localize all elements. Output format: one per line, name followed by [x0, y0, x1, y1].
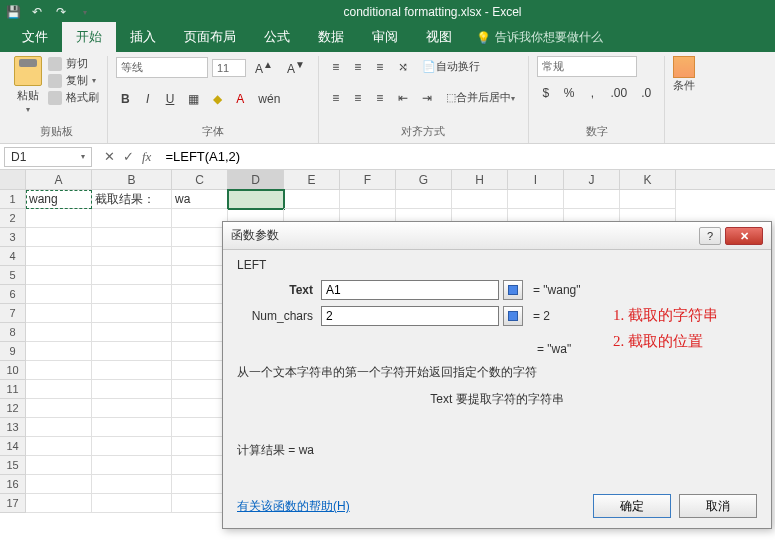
font-color-button[interactable]: A — [231, 89, 249, 109]
undo-icon[interactable]: ↶ — [28, 3, 46, 21]
column-header[interactable]: H — [452, 170, 508, 189]
cell[interactable] — [340, 190, 396, 209]
cell[interactable] — [92, 323, 172, 342]
cell[interactable] — [564, 190, 620, 209]
cell[interactable] — [26, 342, 92, 361]
row-header[interactable]: 17 — [0, 494, 26, 513]
row-header[interactable]: 10 — [0, 361, 26, 380]
cell[interactable] — [172, 494, 228, 513]
cell[interactable] — [26, 323, 92, 342]
dialog-titlebar[interactable]: 函数参数 ? ✕ — [223, 222, 771, 250]
column-header[interactable]: F — [340, 170, 396, 189]
function-help-link[interactable]: 有关该函数的帮助(H) — [237, 498, 350, 515]
cancel-button[interactable]: 取消 — [679, 494, 757, 518]
tab-home[interactable]: 开始 — [62, 22, 116, 52]
cell[interactable] — [26, 418, 92, 437]
cell[interactable] — [92, 361, 172, 380]
format-painter-button[interactable]: 格式刷 — [48, 90, 99, 105]
italic-button[interactable]: I — [139, 89, 157, 109]
cell[interactable] — [92, 209, 172, 228]
decrease-decimal-button[interactable]: .0 — [636, 83, 656, 103]
align-right-button[interactable]: ≡ — [371, 88, 389, 108]
cell[interactable] — [92, 342, 172, 361]
tab-file[interactable]: 文件 — [8, 22, 62, 52]
column-header[interactable]: A — [26, 170, 92, 189]
row-header[interactable]: 13 — [0, 418, 26, 437]
row-header[interactable]: 2 — [0, 209, 26, 228]
collapse-dialog-button[interactable] — [503, 306, 523, 326]
paste-button[interactable]: 粘贴 ▾ — [14, 56, 42, 114]
align-bottom-button[interactable]: ≡ — [371, 57, 389, 77]
cell[interactable] — [26, 209, 92, 228]
cell[interactable] — [26, 361, 92, 380]
tab-insert[interactable]: 插入 — [116, 22, 170, 52]
conditional-format-button[interactable]: 条件 — [673, 56, 695, 93]
bold-button[interactable]: B — [116, 89, 135, 109]
row-header[interactable]: 11 — [0, 380, 26, 399]
cell[interactable] — [26, 266, 92, 285]
cell[interactable] — [172, 361, 228, 380]
row-header[interactable]: 14 — [0, 437, 26, 456]
dialog-close-button[interactable]: ✕ — [725, 227, 763, 245]
cell[interactable] — [92, 494, 172, 513]
cell[interactable] — [92, 266, 172, 285]
column-header[interactable]: G — [396, 170, 452, 189]
enter-formula-button[interactable]: ✓ — [123, 149, 134, 164]
number-format-combo[interactable]: 常规 — [537, 56, 637, 77]
tab-page-layout[interactable]: 页面布局 — [170, 22, 250, 52]
border-button[interactable]: ▦ — [183, 89, 204, 109]
align-middle-button[interactable]: ≡ — [349, 57, 367, 77]
cell[interactable]: wa — [172, 190, 228, 209]
cell[interactable] — [26, 437, 92, 456]
cell[interactable] — [92, 380, 172, 399]
row-header[interactable]: 15 — [0, 456, 26, 475]
tab-data[interactable]: 数据 — [304, 22, 358, 52]
row-header[interactable]: 4 — [0, 247, 26, 266]
cell[interactable] — [26, 304, 92, 323]
cell[interactable] — [26, 475, 92, 494]
column-header[interactable]: E — [284, 170, 340, 189]
accounting-button[interactable]: $ — [537, 83, 555, 103]
fill-color-button[interactable]: ◆ — [208, 89, 227, 109]
align-center-button[interactable]: ≡ — [349, 88, 367, 108]
cell[interactable] — [92, 475, 172, 494]
merge-center-button[interactable]: ⬚合并后居中▾ — [441, 87, 520, 108]
underline-button[interactable]: U — [161, 89, 180, 109]
cell[interactable] — [172, 266, 228, 285]
cell[interactable] — [172, 342, 228, 361]
formula-input[interactable] — [159, 145, 775, 168]
tab-review[interactable]: 审阅 — [358, 22, 412, 52]
cell[interactable] — [284, 190, 340, 209]
tab-view[interactable]: 视图 — [412, 22, 466, 52]
arg-input-numchars[interactable] — [321, 306, 499, 326]
tab-formulas[interactable]: 公式 — [250, 22, 304, 52]
column-header[interactable]: K — [620, 170, 676, 189]
cell[interactable] — [172, 456, 228, 475]
dialog-help-button[interactable]: ? — [699, 227, 721, 245]
cell[interactable] — [92, 228, 172, 247]
font-size-combo[interactable]: 11 — [212, 59, 246, 77]
redo-icon[interactable]: ↷ — [52, 3, 70, 21]
cell[interactable] — [92, 399, 172, 418]
name-box[interactable]: D1 ▾ — [4, 147, 92, 167]
increase-font-button[interactable]: A▲ — [250, 56, 278, 79]
cell[interactable] — [172, 228, 228, 247]
save-icon[interactable]: 💾 — [4, 3, 22, 21]
cell[interactable] — [172, 323, 228, 342]
arg-input-text[interactable] — [321, 280, 499, 300]
cell[interactable] — [172, 304, 228, 323]
cell[interactable] — [92, 247, 172, 266]
select-all-corner[interactable] — [0, 170, 26, 189]
cell[interactable] — [172, 380, 228, 399]
font-name-combo[interactable]: 等线 — [116, 57, 208, 78]
cell[interactable] — [26, 285, 92, 304]
column-header[interactable]: D — [228, 170, 284, 189]
increase-decimal-button[interactable]: .00 — [606, 83, 633, 103]
cell[interactable] — [26, 399, 92, 418]
cell[interactable] — [92, 285, 172, 304]
cell[interactable] — [228, 190, 284, 209]
row-header[interactable]: 5 — [0, 266, 26, 285]
row-header[interactable]: 6 — [0, 285, 26, 304]
decrease-font-button[interactable]: A▼ — [282, 56, 310, 79]
decrease-indent-button[interactable]: ⇤ — [393, 88, 413, 108]
